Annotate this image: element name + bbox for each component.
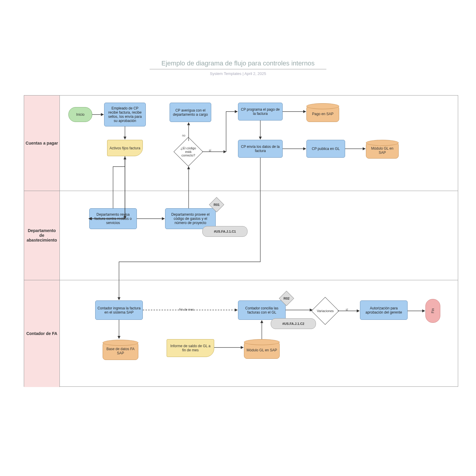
diagram-title: Ejemplo de diagrama de flujo para contro… bbox=[0, 60, 476, 69]
process-post-gl: CP publica en GL bbox=[306, 140, 345, 158]
lane-divider-1 bbox=[24, 191, 458, 191]
process-reconcile: Contador concilia las facturas con el GL bbox=[238, 300, 286, 320]
datastore-payment-sap: Pago en SAP bbox=[306, 106, 339, 122]
lane-divider-2 bbox=[24, 280, 458, 280]
doc-gl-report: Informe de saldo de GL a fin de mes bbox=[167, 339, 214, 357]
edge-label-yes-1: sí bbox=[208, 149, 212, 152]
edge-label-yes-2: sí bbox=[345, 308, 349, 311]
process-check-dept: CP averigua con el departamento a cargo bbox=[170, 103, 211, 122]
datastore-gl-module-1: Módulo GL en SAP bbox=[366, 142, 399, 159]
swimlane-frame: Cuentas a pagar Departamento de abasteci… bbox=[24, 95, 458, 387]
datastore-fa-db: Base de datos FA SAP bbox=[103, 342, 138, 360]
lane-header-fa: Contador de FA bbox=[24, 280, 60, 387]
control-tag-c2: #US.FA.J.1.C2 bbox=[271, 318, 316, 329]
process-manager-approval: Autorización para aprobación del gerente bbox=[360, 300, 408, 320]
process-send-invoice-data: CP envía los datos de la factura bbox=[238, 140, 283, 158]
start-terminator: Inicio bbox=[68, 107, 92, 122]
process-receive-invoice: Empleado de CP recibe factura, recibe se… bbox=[104, 103, 146, 126]
edge-label-no: no bbox=[181, 134, 186, 137]
lane-header-ap: Cuentas a pagar bbox=[24, 95, 60, 191]
control-tag-c1: #US.FA.J.1.C1 bbox=[202, 226, 248, 237]
process-dept-review: Departamento revisa factura contra recib… bbox=[89, 208, 137, 229]
doc-fa-invoice: Activos fijos factura bbox=[107, 140, 143, 156]
lane-header-dept: Departamento de abastecimiento bbox=[24, 191, 60, 280]
end-terminator: Fin bbox=[425, 299, 440, 323]
edge-label-eom: Fin de mes bbox=[178, 308, 194, 311]
diagram-meta: System Templates | April 2, 2025 bbox=[0, 71, 476, 76]
process-enter-sap: Contador ingresa la factura en el sistem… bbox=[95, 300, 143, 320]
process-schedule-payment: CP programa el pago de la factura bbox=[238, 103, 283, 120]
datastore-gl-module-2: Módulo GL en SAP bbox=[244, 342, 280, 359]
